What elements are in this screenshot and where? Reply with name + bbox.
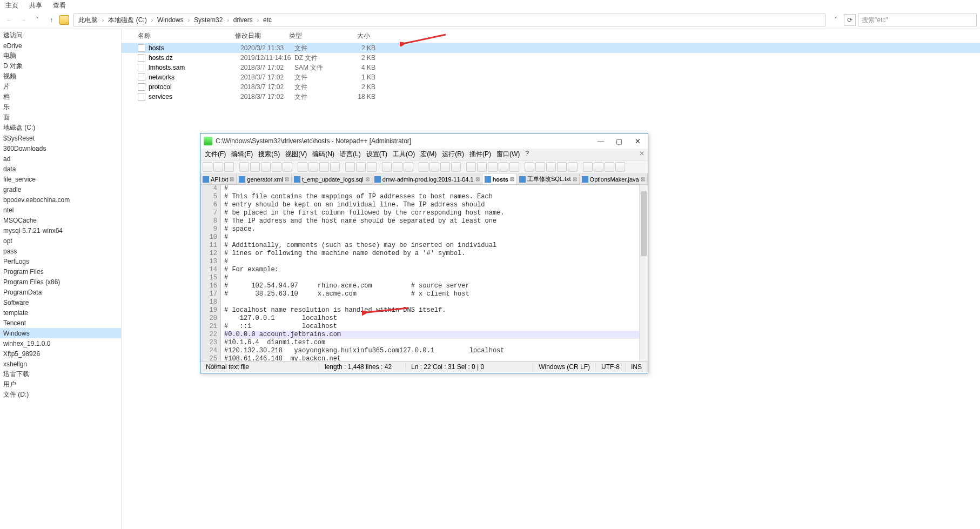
- toolbar-button[interactable]: [509, 162, 519, 172]
- sidebar-item[interactable]: Tencent: [0, 318, 121, 328]
- code-line[interactable]: # 102.54.94.97 rhino.acme.com # source s…: [224, 282, 639, 290]
- sidebar-item[interactable]: file_service: [0, 174, 121, 184]
- sidebar-item[interactable]: 片: [0, 82, 121, 92]
- sidebar-item[interactable]: winhex_19.1.0.0: [0, 338, 121, 349]
- breadcrumb[interactable]: 此电脑›本地磁盘 (C:)›Windows›System32›drivers›e…: [73, 14, 825, 26]
- col-header-size[interactable]: 大小: [338, 31, 375, 41]
- sidebar-item[interactable]: ntel: [0, 205, 121, 215]
- sidebar-item[interactable]: MSOCache: [0, 215, 121, 225]
- editor[interactable]: 4567891011121314151617181920212223242526…: [200, 185, 648, 361]
- toolbar-button[interactable]: [477, 162, 487, 172]
- toolbar-button[interactable]: [568, 162, 578, 172]
- code-line[interactable]: # This file contains the mappings of IP …: [224, 193, 639, 201]
- code-line[interactable]: #: [224, 233, 639, 242]
- toolbar-button[interactable]: [203, 162, 212, 172]
- menu-item[interactable]: 宏(M): [420, 150, 437, 159]
- code-line[interactable]: #0.0.0.0 account.jetbrains.com: [224, 331, 639, 339]
- sidebar-item[interactable]: ad: [0, 153, 121, 164]
- file-row[interactable]: hosts2020/3/2 11:33文件2 KB: [122, 43, 980, 53]
- sidebar-item[interactable]: 视频: [0, 71, 121, 82]
- code-line[interactable]: #: [224, 274, 639, 282]
- sidebar-item[interactable]: Windows: [0, 328, 121, 338]
- file-row[interactable]: lmhosts.sam2018/3/7 17:02SAM 文件4 KB: [122, 63, 980, 72]
- tab-close-icon[interactable]: ⊠: [285, 176, 289, 182]
- nav-forward-button[interactable]: →: [17, 14, 29, 26]
- toolbar-button[interactable]: [535, 162, 545, 172]
- sidebar-item[interactable]: 360Downloads: [0, 143, 121, 153]
- toolbar-button[interactable]: [404, 162, 413, 172]
- sidebar-item[interactable]: template: [0, 307, 121, 318]
- close-doc-button[interactable]: ✕: [639, 150, 645, 157]
- editor-tab[interactable]: OptionsMaker.java⊠: [580, 174, 648, 184]
- toolbar-button[interactable]: [429, 162, 439, 172]
- code-line[interactable]: # ::1 localhost: [224, 323, 639, 331]
- tab-close-icon[interactable]: ⊠: [230, 176, 234, 182]
- sidebar-item[interactable]: D 对象: [0, 61, 121, 71]
- nav-back-button[interactable]: ←: [3, 14, 15, 26]
- menu-item[interactable]: 插件(P): [469, 150, 491, 159]
- toolbar-button[interactable]: [356, 162, 366, 172]
- toolbar-button[interactable]: [239, 162, 249, 172]
- code-line[interactable]: # The IP address and the host name shoul…: [224, 217, 639, 225]
- code-line[interactable]: # For example:: [224, 266, 639, 274]
- editor-tab[interactable]: hosts⊠: [482, 174, 517, 184]
- toolbar-button[interactable]: [345, 162, 355, 172]
- toolbar-button[interactable]: [382, 162, 392, 172]
- code-line[interactable]: [224, 298, 639, 306]
- toolbar-button[interactable]: [605, 162, 614, 172]
- toolbar-button[interactable]: [557, 162, 567, 172]
- search-input[interactable]: 搜索"etc": [858, 14, 977, 26]
- sidebar-item[interactable]: data: [0, 164, 121, 174]
- toolbar-button[interactable]: [488, 162, 498, 172]
- code-line[interactable]: # entry should be kept on an individual …: [224, 201, 639, 209]
- menu-item[interactable]: 视图(V): [285, 150, 307, 159]
- menu-item[interactable]: ?: [525, 150, 529, 159]
- menu-item[interactable]: 设置(T): [366, 150, 387, 159]
- sidebar-item[interactable]: 档: [0, 92, 121, 102]
- code-line[interactable]: 127.0.0.1 localhost: [224, 314, 639, 323]
- toolbar-button[interactable]: [466, 162, 476, 172]
- vertical-scrollbar[interactable]: [639, 185, 648, 361]
- menu-item[interactable]: 文件(F): [205, 150, 226, 159]
- sidebar-item[interactable]: xshellgn: [0, 359, 121, 369]
- toolbar-button[interactable]: [499, 162, 508, 172]
- explorer-menu-item[interactable]: 共享: [29, 1, 42, 10]
- editor-tab[interactable]: 工单修改SQL.txt⊠: [517, 174, 580, 184]
- menu-item[interactable]: 编码(N): [312, 150, 334, 159]
- toolbar-button[interactable]: [330, 162, 340, 172]
- tab-close-icon[interactable]: ⊠: [365, 176, 370, 182]
- sidebar-item[interactable]: $SysReset: [0, 133, 121, 143]
- sidebar-item[interactable]: bpodev.eebochina.com: [0, 195, 121, 205]
- toolbar-button[interactable]: [224, 162, 234, 172]
- tab-close-icon[interactable]: ⊠: [573, 176, 577, 182]
- editor-tab[interactable]: generator.xml⊠: [237, 174, 292, 184]
- code-line[interactable]: #120.132.30.218 yaoyongkang.huixinfu365.…: [224, 347, 639, 355]
- toolbar-button[interactable]: [583, 162, 593, 172]
- sidebar-item[interactable]: 面: [0, 112, 121, 123]
- breadcrumb-dropdown[interactable]: ˅: [830, 14, 842, 26]
- menu-item[interactable]: 搜索(S): [258, 150, 280, 159]
- toolbar-button[interactable]: [440, 162, 450, 172]
- sidebar-item[interactable]: 乐: [0, 102, 121, 112]
- refresh-button[interactable]: ⟳: [844, 14, 856, 26]
- file-row[interactable]: networks2018/3/7 17:02文件1 KB: [122, 72, 980, 82]
- toolbar-button[interactable]: [298, 162, 307, 172]
- explorer-menu-item[interactable]: 主页: [5, 1, 18, 10]
- code-line[interactable]: # localhost name resolution is handled w…: [224, 306, 639, 314]
- editor-tab[interactable]: dmw-admin-prod.log.2019-11-04.1⊠: [372, 174, 482, 184]
- code-line[interactable]: #10.1.6.4 dianmi.test.com: [224, 339, 639, 347]
- code-line[interactable]: # space.: [224, 225, 639, 233]
- file-row[interactable]: protocol2018/3/7 17:02文件2 KB: [122, 82, 980, 92]
- editor-tab[interactable]: API.txt⊠: [200, 174, 237, 184]
- menu-item[interactable]: 编辑(E): [231, 150, 253, 159]
- breadcrumb-segment[interactable]: 此电脑: [76, 16, 100, 25]
- minimize-button[interactable]: —: [594, 136, 608, 146]
- toolbar-button[interactable]: [283, 162, 292, 172]
- tab-close-icon[interactable]: ⊠: [475, 176, 480, 182]
- toolbar-button[interactable]: [594, 162, 603, 172]
- menu-item[interactable]: 语言(L): [340, 150, 361, 159]
- sidebar-item[interactable]: 地磁盘 (C:): [0, 123, 121, 133]
- sidebar-item[interactable]: Program Files: [0, 266, 121, 277]
- sidebar-item[interactable]: gradle: [0, 184, 121, 195]
- menu-item[interactable]: 窗口(W): [496, 150, 520, 159]
